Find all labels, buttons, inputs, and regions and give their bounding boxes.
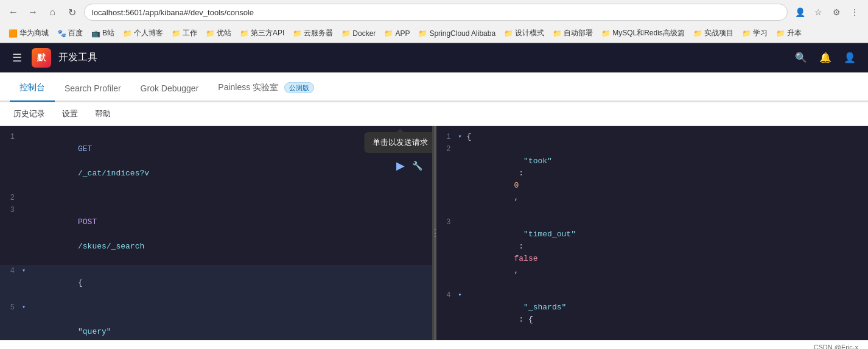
bookmark-design-label: 设计模式: [515, 28, 544, 38]
browser-chrome: ← → ⌂ ↻ 👤 ☆ ⚙ ⋮ 🟧 华为商城 🐾 百度 📺 B站 📁 个人博客: [0, 0, 868, 43]
line-number-4: 4: [0, 265, 22, 277]
bookmarks-bar: 🟧 华为商城 🐾 百度 📺 B站 📁 个人博客 📁 工作 📁 优站 📁 第三方A…: [0, 24, 868, 43]
browser-actions: 👤 ☆ ⚙ ⋮: [793, 5, 862, 19]
code-indent-5: [78, 315, 88, 324]
settings-button[interactable]: 设置: [58, 106, 82, 122]
browser-extension-button[interactable]: ⚙: [829, 5, 844, 19]
notifications-button[interactable]: 🔔: [817, 49, 834, 66]
bookmark-youzhan[interactable]: 📁 优站: [202, 27, 235, 40]
browser-star-button[interactable]: ☆: [811, 5, 825, 19]
line-number-2: 2: [0, 192, 22, 204]
bookmark-api-label: 第三方API: [251, 28, 284, 38]
line-content-4: {: [30, 265, 432, 301]
bookmark-docker[interactable]: 📁 Docker: [338, 28, 379, 39]
bookmark-shengben-label: 升本: [787, 28, 802, 38]
history-button[interactable]: 历史记录: [10, 106, 49, 122]
out-num-4: 4: [436, 289, 458, 301]
bookmark-blog[interactable]: 📁 个人博客: [119, 27, 167, 40]
editor-panel[interactable]: 1 GET /_cat/indices?v 2 3 POST: [0, 126, 434, 340]
output-line-4: 4 ▾ "_shards" : {: [436, 289, 869, 338]
bookmark-app[interactable]: 📁 APP: [380, 28, 413, 39]
tab-painless-lab[interactable]: Painless 实验室 公测版: [208, 75, 324, 102]
tab-search-profiler-label: Search Profiler: [65, 83, 121, 93]
editor-container: 1 GET /_cat/indices?v 2 3 POST: [0, 126, 868, 340]
bookmark-bilibili[interactable]: 📺 B站: [88, 27, 118, 40]
output-panel[interactable]: 1 ▾ { 2 "took" : 0 , 3 "t: [436, 126, 869, 340]
bookmark-deploy[interactable]: 📁 自动部署: [549, 27, 597, 40]
bookmark-app-icon: 📁: [384, 29, 393, 38]
refresh-button[interactable]: ↻: [65, 5, 79, 19]
bookmark-project[interactable]: 📁 实战项目: [690, 27, 737, 40]
bookmark-bilibili-label: B站: [102, 28, 114, 38]
run-query-button[interactable]: ▶: [394, 158, 407, 174]
out-content-5: "total" : 3 ,: [467, 338, 869, 340]
tab-painless-badge: 公测版: [284, 82, 314, 93]
bookmark-work[interactable]: 📁 工作: [168, 27, 201, 40]
output-content: 1 ▾ { 2 "took" : 0 , 3 "t: [436, 126, 869, 340]
out-num-5: 5: [436, 338, 458, 340]
bookmark-huawei[interactable]: 🟧 华为商城: [5, 27, 52, 40]
browser-menu-button[interactable]: ⋮: [847, 5, 862, 19]
line-arrow-5: ▾: [22, 301, 29, 314]
out-num-3: 3: [436, 216, 458, 228]
bookmark-deploy-label: 自动部署: [564, 28, 593, 38]
bookmark-api-icon: 📁: [240, 29, 249, 38]
bookmark-huawei-icon: 🟧: [9, 29, 18, 38]
tab-search-profiler[interactable]: Search Profiler: [55, 76, 131, 102]
bookmark-app-label: APP: [395, 29, 410, 38]
tooltip-wrapper: 单击以发送请求 ▶: [394, 158, 407, 174]
global-search-button[interactable]: 🔍: [793, 49, 810, 66]
bookmark-blog-icon: 📁: [123, 29, 132, 38]
tab-grok-debugger[interactable]: Grok Debugger: [131, 76, 209, 102]
tab-grok-debugger-label: Grok Debugger: [141, 83, 199, 93]
forward-button[interactable]: →: [26, 5, 40, 19]
editor-line-3: 3 POST /skues/_search: [0, 204, 432, 265]
line-number-3: 3: [0, 204, 22, 216]
tooltip-box: 单击以发送请求: [364, 132, 434, 153]
url-bar[interactable]: [84, 4, 788, 21]
browser-toolbar: ← → ⌂ ↻ 👤 ☆ ⚙ ⋮: [0, 0, 868, 24]
back-button[interactable]: ←: [6, 5, 21, 19]
bookmark-design[interactable]: 📁 设计模式: [500, 27, 548, 40]
code-space-1: [78, 157, 83, 166]
line-number-1: 1: [0, 131, 22, 143]
code-url-1: /_cat/indices?v: [78, 169, 149, 178]
code-url-3: /skues/_search: [78, 242, 144, 251]
output-line-5: 5 "total" : 3 ,: [436, 338, 869, 340]
bookmark-docker-label: Docker: [352, 29, 376, 38]
bookmark-api[interactable]: 📁 第三方API: [236, 27, 288, 40]
code-colon-5: : {: [78, 339, 92, 340]
tabs-bar: 控制台 Search Profiler Grok Debugger Painle…: [0, 72, 868, 102]
bookmark-springcloud-label: SpringCloud Alibaba: [429, 29, 495, 38]
help-button[interactable]: 帮助: [91, 106, 114, 122]
code-method-get: GET: [78, 144, 92, 153]
user-avatar-button[interactable]: 👤: [841, 49, 858, 66]
bookmark-springcloud[interactable]: 📁 SpringCloud Alibaba: [415, 28, 499, 39]
bookmark-shengben[interactable]: 📁 升本: [772, 27, 805, 40]
code-method-post: POST: [78, 217, 97, 227]
bookmark-cloud-label: 云服务器: [304, 28, 333, 38]
bookmark-cloud-icon: 📁: [293, 29, 302, 38]
home-button[interactable]: ⌂: [45, 5, 60, 19]
bookmark-mysql[interactable]: 📁 MySQL和Redis高级篇: [598, 27, 688, 40]
out-arrow-1: ▾: [458, 131, 467, 143]
bookmark-bilibili-icon: 📺: [91, 29, 100, 38]
bookmark-learn-label: 学习: [753, 28, 768, 38]
bookmark-youzhan-label: 优站: [217, 28, 231, 38]
tab-console[interactable]: 控制台: [10, 75, 55, 102]
tools-button[interactable]: 🔧: [410, 160, 425, 172]
hamburger-menu-button[interactable]: ☰: [10, 49, 24, 67]
line-arrow-4: ▾: [22, 265, 29, 277]
bookmark-huawei-label: 华为商城: [19, 28, 49, 38]
browser-profile-button[interactable]: 👤: [793, 5, 807, 19]
out-content-2: "took" : 0 ,: [467, 143, 869, 216]
bookmark-baidu[interactable]: 🐾 百度: [54, 27, 86, 40]
bookmark-blog-label: 个人博客: [134, 28, 163, 38]
header-right-actions: 🔍 🔔 👤: [793, 49, 858, 66]
bookmark-learn[interactable]: 📁 学习: [738, 27, 771, 40]
output-line-2: 2 "took" : 0 ,: [436, 143, 869, 216]
output-line-3: 3 "timed_out" : false ,: [436, 216, 869, 289]
bookmark-cloud[interactable]: 📁 云服务器: [289, 27, 337, 40]
logo-text: 默: [37, 52, 46, 63]
bookmark-mysql-icon: 📁: [601, 29, 611, 38]
